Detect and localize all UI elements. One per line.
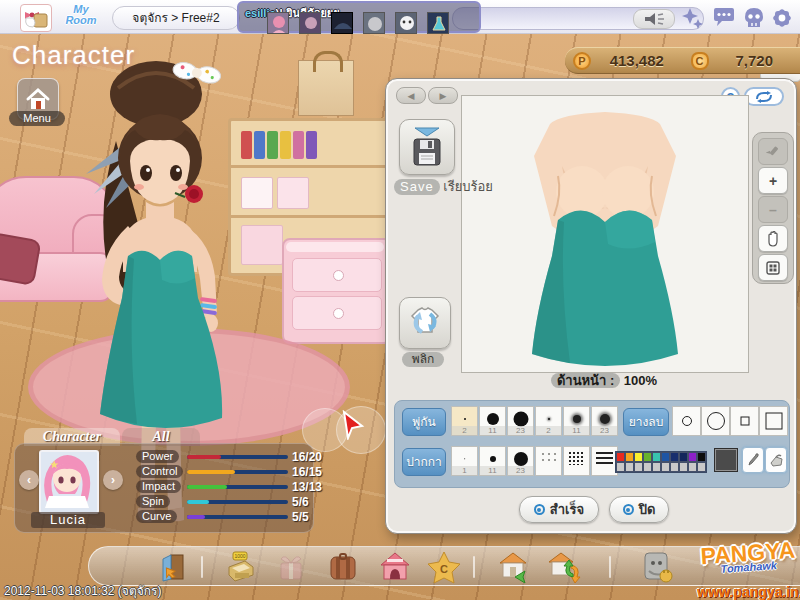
done-button[interactable]: สำเร็จ <box>519 496 599 523</box>
palette-empty-slot[interactable] <box>688 462 697 472</box>
gift-icon[interactable] <box>275 551 307 583</box>
pen-size-swatch[interactable]: 23 <box>507 446 534 476</box>
timestamp: 2012-11-03 18:01:32 (จตุจักร) <box>4 581 161 600</box>
palette-color[interactable] <box>670 452 679 462</box>
palette-color[interactable] <box>634 452 643 462</box>
fill-bucket-button[interactable] <box>765 447 787 473</box>
pen-pattern-swatch[interactable] <box>535 446 562 476</box>
reset-rotate-button[interactable] <box>744 87 784 106</box>
zoom-out-button[interactable]: – <box>758 196 788 223</box>
zoom-in-button[interactable]: + <box>758 167 788 194</box>
announcement-icon[interactable] <box>633 9 675 29</box>
exit-door-icon[interactable] <box>157 551 189 583</box>
pan-hand-button[interactable] <box>758 225 788 252</box>
outfit-preview-canvas[interactable] <box>461 95 749 373</box>
view-readout: ด้านหน้า : 100% <box>461 373 747 388</box>
brush-size-swatch[interactable]: 11 <box>563 406 590 436</box>
character-name: Lucia <box>31 512 105 528</box>
eraser-shape-swatch[interactable] <box>672 406 701 436</box>
palette-color[interactable] <box>616 452 625 462</box>
stat-row-impact: Impact 13/13 <box>136 480 308 494</box>
star-cookie-icon[interactable]: C <box>427 551 459 583</box>
flip-shirt-icon <box>408 306 442 340</box>
pang-coin-icon: P <box>573 52 591 70</box>
paint-bucket-icon <box>769 454 784 467</box>
portrait-prev-button[interactable]: ‹ <box>19 470 39 490</box>
avatar-strip <box>267 12 449 34</box>
eraser-tool-label[interactable]: ยางลบ <box>623 408 669 436</box>
grid-view-button[interactable] <box>758 254 788 281</box>
save-button[interactable] <box>399 119 455 175</box>
portrait-next-button[interactable]: › <box>103 470 123 490</box>
change-room-icon[interactable] <box>547 551 579 583</box>
pen-size-swatch[interactable]: 11 <box>479 446 506 476</box>
brush-tool-label[interactable]: พู่กัน <box>402 408 446 436</box>
toolbar-divider <box>473 556 475 578</box>
player-avatar-thumb[interactable] <box>363 12 385 34</box>
palette-empty-slot[interactable] <box>643 462 652 472</box>
palette-empty-slot[interactable] <box>634 462 643 472</box>
palette-empty-slot[interactable] <box>697 462 706 472</box>
palette-empty-slot[interactable] <box>616 462 625 472</box>
brush-size-swatch[interactable]: 23 <box>507 406 534 436</box>
palette-empty-slot[interactable] <box>679 462 688 472</box>
player-avatar-thumb[interactable] <box>427 12 449 34</box>
myroom-badge-icon[interactable] <box>20 4 52 32</box>
stat-row-curve: Curve 5/5 <box>136 510 308 524</box>
settings-gear-icon[interactable] <box>770 6 794 30</box>
stat-bar <box>187 455 288 459</box>
location-breadcrumb: จตุจักร > Free#2 <box>112 6 240 30</box>
brush-size-swatch[interactable]: 11 <box>479 406 506 436</box>
house-icon <box>25 86 51 112</box>
brush-size-swatch[interactable]: 2 <box>451 406 478 436</box>
palette-empty-slot[interactable] <box>670 462 679 472</box>
flip-view-button[interactable] <box>399 297 451 349</box>
chat-bubble-icon[interactable] <box>712 6 736 30</box>
palette-color[interactable] <box>625 452 634 462</box>
nav-back-button[interactable]: ◀ <box>396 87 426 104</box>
player-avatar-thumb[interactable] <box>267 12 289 34</box>
sparkles-icon[interactable] <box>680 6 704 30</box>
palette-color[interactable] <box>661 452 670 462</box>
myroom-logo: MyRoom <box>55 2 107 27</box>
palette-empty-slot[interactable] <box>652 462 661 472</box>
palette-color[interactable] <box>679 452 688 462</box>
palette-empty-slot[interactable] <box>661 462 670 472</box>
pencil-tool-button[interactable] <box>758 138 788 165</box>
save-note: เรียบร้อย <box>443 179 493 194</box>
enter-room-icon[interactable] <box>497 551 529 583</box>
cash-register-icon[interactable]: 1000 <box>223 551 255 583</box>
stat-row-spin: Spin 5/6 <box>136 495 308 509</box>
dropdown-triangle-icon <box>414 127 440 137</box>
palette-color[interactable] <box>697 452 706 462</box>
palette-color[interactable] <box>643 452 652 462</box>
palette-color[interactable] <box>652 452 661 462</box>
eraser-shape-swatch[interactable] <box>701 406 730 436</box>
palette-color[interactable] <box>688 452 697 462</box>
player-avatar-thumb[interactable] <box>395 12 417 34</box>
nav-forward-button[interactable]: ▶ <box>428 87 458 104</box>
player-avatar-thumb[interactable] <box>299 12 321 34</box>
player-avatar-thumb[interactable] <box>331 12 353 34</box>
luggage-icon[interactable] <box>327 551 359 583</box>
brush-size-swatch[interactable]: 23 <box>591 406 618 436</box>
eraser-shape-swatch[interactable] <box>759 406 788 436</box>
pet-house-icon[interactable] <box>379 551 411 583</box>
save-label: Save <box>394 179 440 195</box>
stat-row-power: Power 16/20 <box>136 450 308 464</box>
skull-icon[interactable] <box>742 6 766 30</box>
current-color-swatch[interactable] <box>714 448 738 472</box>
cookie-coin-icon: C <box>691 52 709 70</box>
eraser-shape-swatch[interactable] <box>730 406 759 436</box>
plug-icon[interactable] <box>641 551 673 583</box>
pang-amount: 413,482 <box>591 52 683 69</box>
brush-size-swatch[interactable]: 2 <box>535 406 562 436</box>
eyedropper-button[interactable] <box>742 447 764 473</box>
palette-empty-slot[interactable] <box>625 462 634 472</box>
pen-tool-label[interactable]: ปากกา <box>402 448 446 476</box>
pen-size-swatch[interactable]: 1 <box>451 446 478 476</box>
close-button[interactable]: ปิด <box>609 496 669 523</box>
pen-pattern-swatch[interactable] <box>563 446 590 476</box>
pen-pattern-swatch[interactable] <box>591 446 618 476</box>
floppy-disk-icon <box>412 137 442 167</box>
